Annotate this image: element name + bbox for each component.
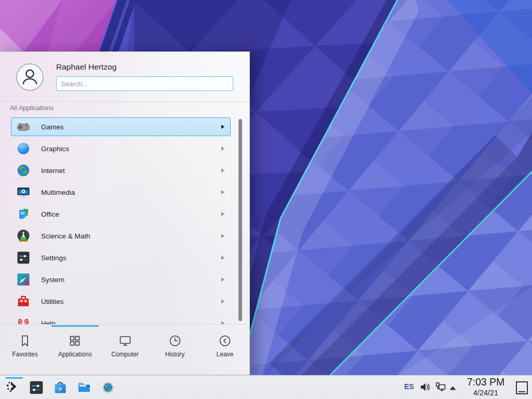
clock-time: 7:03 PM: [461, 377, 510, 388]
header-separator: [1, 101, 249, 102]
digital-clock[interactable]: 7:03 PM 4/24/21: [461, 377, 510, 396]
gamepad-icon: [16, 119, 31, 134]
active-tab-indicator: [51, 325, 99, 327]
submenu-arrow-icon: [221, 234, 224, 238]
wired-network-icon[interactable]: [435, 381, 446, 395]
tabbar-separator: [1, 324, 249, 325]
science-icon: [16, 229, 31, 243]
graphics-icon: [16, 141, 31, 156]
menu-item-label: Games: [41, 123, 64, 131]
tab-label: Leave: [217, 351, 234, 358]
submenu-arrow-icon: [221, 125, 224, 129]
tab-label: Computer: [111, 351, 139, 358]
tab-label: History: [165, 351, 184, 358]
submenu-arrow-icon: [221, 256, 224, 260]
menu-item-label: Utilities: [41, 298, 64, 305]
menu-item-label: Help: [41, 320, 56, 325]
multimedia-icon: [16, 185, 31, 200]
leave-icon: [218, 334, 232, 348]
tab-applications[interactable]: Applications: [50, 327, 100, 375]
submenu-arrow-icon: [221, 299, 224, 303]
taskbar-icon-konqueror-browser[interactable]: [100, 380, 116, 395]
launcher-tabbar: FavoritesApplicationsComputerHistoryLeav…: [0, 327, 250, 375]
settings-icon: [16, 250, 31, 265]
tab-label: Applications: [58, 351, 92, 358]
menu-item-label: Internet: [41, 167, 65, 175]
search-input[interactable]: [56, 76, 233, 91]
menu-header: Raphael Hertzog: [0, 52, 249, 101]
menu-item-label: Office: [41, 210, 59, 218]
show-desktop-icon[interactable]: [516, 381, 528, 394]
kickoff-icon: [5, 379, 20, 396]
menu-item-utilities[interactable]: Utilities: [11, 292, 231, 311]
launcher-active-indicator: [6, 377, 23, 379]
menu-item-internet[interactable]: Internet: [11, 161, 231, 180]
clock-icon: [168, 334, 182, 348]
office-icon: [16, 207, 31, 221]
category-list: GamesGraphicsInternetMultimediaOfficeSci…: [0, 117, 250, 324]
menu-item-settings[interactable]: Settings: [11, 248, 231, 267]
taskbar-icon-system-settings[interactable]: [29, 380, 44, 395]
bookmark-icon: [18, 334, 32, 348]
expand-tray-caret-icon[interactable]: [448, 384, 457, 393]
tab-label: Favorites: [12, 351, 37, 358]
taskbar-panel: ES 7:03 PM 4/24/21: [0, 375, 532, 399]
desktop[interactable]: Raphael Hertzog All Applications GamesGr…: [0, 0, 532, 399]
menu-item-help[interactable]: Help: [11, 314, 231, 324]
keyboard-layout-indicator[interactable]: ES: [404, 382, 414, 391]
submenu-arrow-icon: [221, 277, 224, 282]
globe-icon: [16, 163, 31, 178]
tab-leave[interactable]: Leave: [200, 327, 250, 375]
system-icon: [16, 272, 31, 287]
section-label: All Applications: [10, 104, 54, 112]
tab-history[interactable]: History: [150, 327, 200, 375]
help-icon: [16, 316, 31, 324]
tab-computer[interactable]: Computer: [100, 327, 150, 375]
tab-favorites[interactable]: Favorites: [0, 327, 50, 375]
user-avatar[interactable]: [16, 63, 44, 91]
menu-item-label: System: [41, 276, 64, 284]
submenu-arrow-icon: [221, 147, 224, 151]
menu-item-multimedia[interactable]: Multimedia: [11, 183, 231, 202]
user-name: Raphael Hertzog: [56, 62, 116, 72]
volume-icon[interactable]: [419, 381, 431, 395]
taskbar-icon-discover-software[interactable]: [52, 380, 68, 395]
menu-item-label: Science & Math: [41, 232, 90, 240]
menu-item-graphics[interactable]: Graphics: [11, 139, 231, 158]
submenu-arrow-icon: [221, 168, 224, 172]
clock-date: 4/24/21: [461, 389, 510, 397]
menu-item-label: Multimedia: [41, 189, 75, 196]
menu-item-label: Graphics: [41, 145, 69, 153]
monitor-icon: [118, 334, 132, 348]
menu-item-games[interactable]: Games: [11, 117, 231, 136]
application-launcher-menu: Raphael Hertzog All Applications GamesGr…: [0, 51, 250, 375]
utilities-icon: [16, 294, 31, 309]
menu-item-system[interactable]: System: [11, 270, 231, 289]
list-scrollbar[interactable]: [238, 119, 242, 321]
submenu-arrow-icon: [221, 212, 224, 216]
grid-icon: [68, 334, 82, 348]
menu-item-science-math[interactable]: Science & Math: [11, 227, 231, 245]
menu-item-label: Settings: [41, 254, 66, 262]
menu-item-office[interactable]: Office: [11, 205, 231, 223]
submenu-arrow-icon: [221, 190, 224, 194]
taskbar-launcher-button[interactable]: [2, 377, 23, 398]
taskbar-icon-dolphin-file-manager[interactable]: [76, 380, 92, 395]
